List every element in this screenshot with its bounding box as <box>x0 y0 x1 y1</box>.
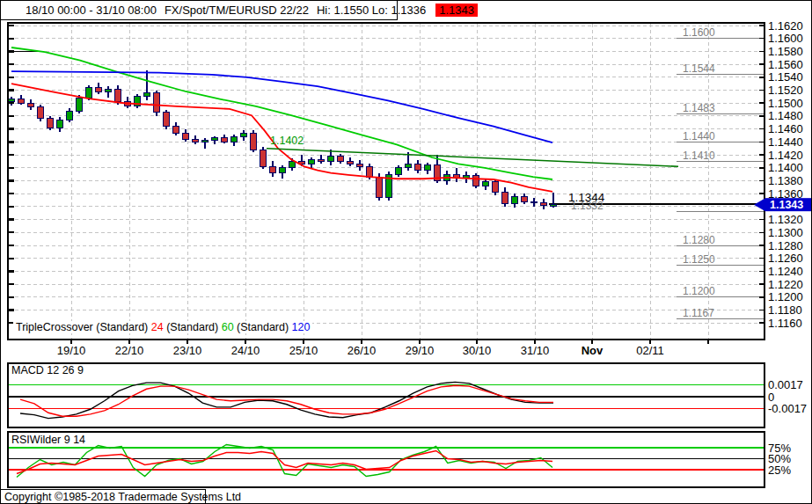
rsi-panel[interactable]: 75%50%25% <box>8 432 791 487</box>
price-level-lines: 1.16001.15441.14831.14401.14101.13441.13… <box>9 26 764 318</box>
macd-panel[interactable]: 0.00170-0.0017 <box>8 363 807 427</box>
svg-text:02/11: 02/11 <box>636 344 664 357</box>
svg-text:1.1480: 1.1480 <box>768 109 803 122</box>
ma-60-line <box>11 47 552 179</box>
svg-text:1.1410: 1.1410 <box>683 150 715 162</box>
svg-text:Nov: Nov <box>582 344 604 357</box>
svg-text:1.1200: 1.1200 <box>683 285 715 297</box>
svg-text:1.1580: 1.1580 <box>768 45 803 58</box>
svg-text:1.1250: 1.1250 <box>683 253 715 266</box>
legend-ma24-label: 24 <box>151 321 164 333</box>
svg-text:1.1320: 1.1320 <box>768 213 803 226</box>
svg-text:29/10: 29/10 <box>406 344 435 357</box>
svg-text:1.1500: 1.1500 <box>768 97 803 110</box>
legend-part: (Standard) <box>164 321 222 333</box>
svg-text:1.1560: 1.1560 <box>768 58 803 71</box>
svg-text:24/10: 24/10 <box>231 344 260 357</box>
svg-text:25/10: 25/10 <box>289 344 318 357</box>
svg-text:1.1620: 1.1620 <box>768 19 803 33</box>
svg-text:1.1420: 1.1420 <box>768 149 803 162</box>
rsi-9 <box>17 445 552 478</box>
last-price-flag: 1.1343 <box>435 4 478 17</box>
svg-text:1.1280: 1.1280 <box>683 234 715 246</box>
chart-canvas[interactable]: 1.16001.15441.14831.14401.14101.13441.13… <box>1 1 812 504</box>
svg-text:1.1483: 1.1483 <box>683 102 715 114</box>
svg-text:1.1540: 1.1540 <box>768 70 803 84</box>
svg-text:1.1300: 1.1300 <box>768 226 803 239</box>
hi-lo-label: Hi: 1.1550 Lo: 1.1336 <box>317 4 426 17</box>
date-axis-labels: 19/1022/1023/1024/1025/1026/1029/1030/10… <box>57 344 664 357</box>
svg-text:30/10: 30/10 <box>463 344 492 357</box>
price-axis-labels: 1.11601.11801.12001.12201.12401.12601.12… <box>768 19 803 330</box>
svg-text:1.1380: 1.1380 <box>768 174 803 187</box>
trading-terminal-window: { "title_bar": { "range": "18/10 00:00 -… <box>0 0 812 504</box>
svg-text:1.1240: 1.1240 <box>768 265 803 278</box>
legend-ma60-label: 60 <box>222 321 234 333</box>
copyright-bar: Copyright ©1985-2018 Tradermade Systems … <box>1 489 206 504</box>
svg-text:1.1160: 1.1160 <box>768 317 802 330</box>
svg-text:19/10: 19/10 <box>57 344 86 357</box>
svg-text:23/10: 23/10 <box>173 344 202 357</box>
svg-text:-0.0017: -0.0017 <box>768 402 807 415</box>
svg-text:1.1400: 1.1400 <box>768 161 803 174</box>
svg-text:1.1167: 1.1167 <box>683 307 714 319</box>
svg-text:1.1544: 1.1544 <box>683 62 715 75</box>
macd-panel-label[interactable]: MACD 12 26 9 <box>10 364 85 376</box>
date-range-label: 18/10 00:00 - 31/10 08:00 <box>26 4 157 17</box>
svg-text:1.1600: 1.1600 <box>768 32 803 45</box>
rsi-panel-label[interactable]: RSIWilder 9 14 <box>10 434 87 446</box>
svg-text:1.1520: 1.1520 <box>768 84 803 97</box>
ma-120-line <box>11 71 552 142</box>
svg-text:25%: 25% <box>768 464 791 477</box>
legend-ma120-label: 120 <box>292 321 311 333</box>
svg-text:31/10: 31/10 <box>521 344 550 357</box>
indicator-legend[interactable]: TripleCrossover (Standard) 24 (Standard)… <box>13 321 312 333</box>
svg-text:1.1332: 1.1332 <box>571 200 604 212</box>
svg-text:22/10: 22/10 <box>115 344 144 357</box>
svg-text:26/10: 26/10 <box>347 344 377 357</box>
svg-text:1.1343: 1.1343 <box>770 199 803 211</box>
svg-text:1.1180: 1.1180 <box>768 303 802 317</box>
svg-text:1.1280: 1.1280 <box>768 239 803 252</box>
svg-text:1.1200: 1.1200 <box>768 290 803 303</box>
svg-text:1.1220: 1.1220 <box>768 278 803 291</box>
last-price-badge: 1.1343 <box>754 198 811 211</box>
svg-text:1.1460: 1.1460 <box>768 122 803 135</box>
svg-text:1.1260: 1.1260 <box>768 252 803 265</box>
title-bar: 18/10 00:00 - 31/10 08:00 FX/Spot/TM/EUR… <box>1 1 398 20</box>
svg-text:1.1440: 1.1440 <box>768 135 803 149</box>
instrument-label: FX/Spot/TM/EURUSD 22/22 <box>165 4 309 17</box>
signal-line <box>20 385 553 416</box>
svg-text:1.1402: 1.1402 <box>270 135 304 147</box>
svg-text:1.1600: 1.1600 <box>683 26 715 39</box>
legend-part: (Standard) <box>234 321 292 333</box>
legend-part: TripleCrossover (Standard) <box>16 321 151 333</box>
svg-text:1.1440: 1.1440 <box>683 130 715 142</box>
